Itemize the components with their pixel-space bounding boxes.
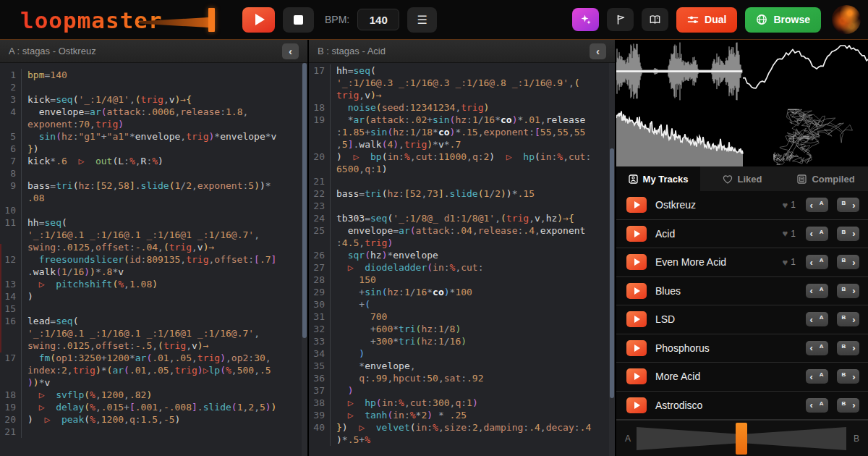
code-line: 6}) [0, 143, 307, 155]
line-number: 28 [309, 274, 331, 286]
load-deck-b-button[interactable]: B› [837, 398, 859, 413]
track-play-button[interactable] [626, 226, 647, 242]
track-row[interactable]: Acid♥1‹AB› [616, 220, 868, 249]
code-line: index:2,trig)*(ar(.01,.05,trig)▷lp(%,500… [0, 364, 307, 376]
line-number: 39 [309, 409, 331, 421]
code-line: swing:.0125,offset:-.04,(trig,v)→ [0, 241, 307, 253]
code-text [22, 303, 27, 315]
visualizer-canvas [616, 40, 868, 166]
user-avatar[interactable] [832, 5, 861, 34]
code-line: .08 [0, 192, 307, 204]
code-text [331, 200, 336, 212]
track-row[interactable]: Blues‹AB› [616, 277, 868, 306]
load-deck-b-button[interactable]: B› [837, 341, 859, 355]
crossfader-handle[interactable] [736, 423, 747, 455]
track-name: LSD [655, 313, 797, 325]
load-deck-a-button[interactable]: ‹A [806, 398, 828, 413]
code-text: ▷ tanh(in:%*2) * .25 [331, 409, 467, 421]
code-line: 19 *ar(attack:.02+sin(hz:1/16*co)*.01,re… [309, 114, 615, 126]
load-deck-b-button[interactable]: B› [837, 227, 859, 241]
deck-a-collapse-button[interactable]: ‹ [282, 43, 299, 59]
code-text: q:.99,hpcut:50,sat:.92 [331, 372, 484, 384]
line-number: 7 [0, 155, 22, 167]
line-number: 37 [309, 384, 331, 397]
code-line: 37 ) [309, 384, 615, 397]
tab-my-tracks[interactable]: My Tracks [616, 166, 700, 191]
code-line: 30 +( [309, 298, 615, 311]
track-row[interactable]: More Acid‹AB› [616, 363, 868, 392]
line-number: 4 [0, 106, 22, 118]
deck-b-editor[interactable]: 17hh=seq('_:1/16@.3 _:1/16@.3 _:1/16@.8 … [309, 63, 615, 456]
line-number: 31 [309, 311, 331, 323]
ai-sparkle-button[interactable] [572, 8, 599, 31]
code-line: swing:.0125,offset:-.5,(trig,v)→ [0, 339, 307, 352]
line-number [0, 364, 22, 376]
bpm-input[interactable] [357, 9, 399, 30]
docs-button[interactable] [642, 8, 668, 31]
track-row[interactable]: Ostkreuz♥1‹AB› [616, 191, 868, 220]
track-list: Ostkreuz♥1‹AB›Acid♥1‹AB›Even More Acid♥1… [616, 191, 868, 420]
code-line: 11hh=seq( [0, 216, 307, 229]
crossfader-b-label: B [854, 434, 859, 444]
track-play-button[interactable] [626, 283, 647, 299]
load-deck-b-button[interactable]: B› [837, 255, 859, 269]
code-text: '_:1/16@.1 _:1/16@.1 _:1/16@1 _:1/16@.7'… [22, 229, 260, 241]
track-row[interactable]: LSD‹AB› [616, 305, 868, 334]
load-deck-a-button[interactable]: ‹A [806, 255, 828, 269]
flag-icon [615, 14, 626, 25]
library-panel: My TracksLikedCompiled Ostkreuz♥1‹AB›Aci… [615, 40, 868, 456]
line-number: 16 [0, 315, 22, 327]
load-deck-b-button[interactable]: B› [837, 284, 859, 298]
code-text: ) [331, 384, 353, 397]
track-name: Phosphorus [655, 342, 797, 354]
track-play-button[interactable] [626, 340, 647, 356]
deck-b-scroll-thumb[interactable] [610, 148, 614, 398]
line-number [309, 434, 331, 446]
line-number: 30 [309, 298, 331, 311]
code-text: ))*v [22, 376, 50, 389]
line-number [0, 192, 22, 204]
deck-a-scroll-thumb[interactable] [302, 63, 307, 338]
code-line: 39 ▷ tanh(in:%*2) * .25 [309, 409, 615, 421]
code-line: 5 sin(hz:"g1"+"a1"*envelope,trig)*envelo… [0, 130, 307, 143]
track-row[interactable]: Astrodisco‹AB› [616, 392, 868, 421]
code-text: noise(seed:12341234,trig) [331, 101, 489, 114]
track-play-button[interactable] [626, 197, 647, 213]
load-deck-b-button[interactable]: B› [837, 312, 859, 326]
code-line: 2 [0, 81, 307, 93]
deck-a-editor[interactable]: 1bpm=14023kick=seq('_:1/4@1',(trig,v)→{4… [0, 63, 307, 456]
track-play-button[interactable] [626, 368, 647, 384]
track-play-button[interactable] [626, 311, 647, 327]
code-line: '_:1/16@.3 _:1/16@.3 _:1/16@.8 _:1/16@.9… [309, 77, 615, 89]
sparkles-icon [580, 14, 592, 25]
load-deck-a-button[interactable]: ‹A [806, 341, 828, 355]
track-play-button[interactable] [626, 397, 647, 413]
track-row[interactable]: Even More Acid♥1‹AB› [616, 248, 868, 277]
code-text: :4.5,trig) [331, 237, 393, 249]
tab-compiled[interactable]: Compiled [784, 166, 868, 191]
track-play-button[interactable] [626, 254, 647, 270]
load-deck-b-button[interactable]: B› [837, 369, 859, 384]
autoplay-flag-button[interactable] [607, 8, 634, 31]
track-likes: ♥1 [783, 228, 796, 239]
load-deck-a-button[interactable]: ‹A [806, 227, 828, 241]
load-deck-a-button[interactable]: ‹A [806, 369, 828, 384]
code-text: index:2,trig)*(ar(.01,.05,trig)▷lp(%,500… [22, 364, 271, 376]
load-deck-a-button[interactable]: ‹A [806, 312, 828, 326]
load-deck-a-button[interactable]: ‹A [806, 198, 828, 212]
code-line: '_:1/16@.1 _:1/16@.1 _:1/16@1 _:1/16@.7'… [0, 327, 307, 339]
menu-button[interactable]: ☰ [407, 7, 437, 33]
load-deck-a-button[interactable]: ‹A [806, 284, 828, 298]
tab-liked[interactable]: Liked [700, 166, 784, 191]
track-row[interactable]: Phosphorus‹AB› [616, 334, 868, 363]
stop-button[interactable] [283, 7, 314, 33]
line-number: 35 [309, 360, 331, 372]
code-line: 17 fm(op1:3250+1200*ar(.01,.05,trig),op2… [0, 352, 307, 364]
browse-button[interactable]: Browse [745, 7, 821, 33]
deck-b-collapse-button[interactable]: ‹ [590, 43, 606, 59]
audio-visualizer [616, 40, 868, 166]
load-deck-b-button[interactable]: B› [837, 198, 859, 212]
dual-mode-button[interactable]: Dual [676, 7, 737, 33]
code-text: envelope=ar(attack:.0006,release:1.8, [22, 106, 248, 118]
play-button[interactable] [242, 7, 275, 33]
